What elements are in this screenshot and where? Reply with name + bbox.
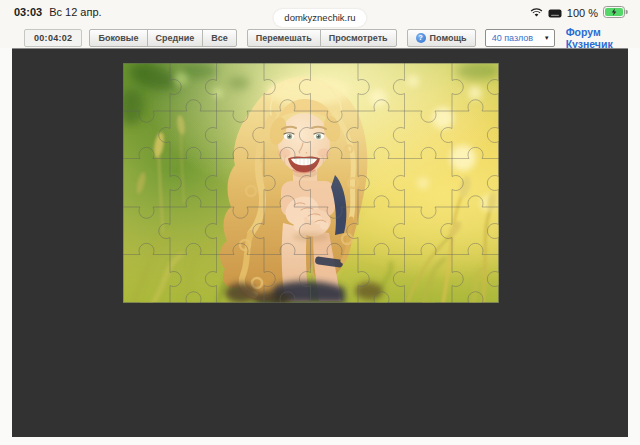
- battery-percent-label: 100 %: [567, 7, 598, 19]
- status-left: 03:03 Вс 12 апр.: [14, 6, 102, 18]
- chevron-down-icon: ▼: [544, 35, 550, 41]
- status-right: 100 %: [530, 4, 628, 22]
- puzzle-toolbar: 00:04:02 Боковые Средние Все Перемешать …: [0, 28, 640, 48]
- filter-middle-button[interactable]: Средние: [147, 29, 204, 47]
- puzzle-board-area[interactable]: [12, 48, 628, 437]
- status-time: 03:03: [14, 6, 42, 18]
- pieces-count-select[interactable]: 40 пазлов ▼: [485, 29, 555, 47]
- browser-url-pill[interactable]: domkyznechik.ru: [273, 9, 366, 27]
- shuffle-button[interactable]: Перемешать: [247, 29, 321, 47]
- battery-charging-icon: [603, 4, 628, 22]
- wifi-icon: [530, 4, 543, 22]
- timer-display: 00:04:02: [24, 29, 82, 47]
- keyboard-icon: [548, 4, 562, 22]
- help-button[interactable]: ? Помощь: [407, 29, 476, 47]
- jigsaw-grid: [123, 63, 499, 303]
- question-circle-icon: ?: [416, 33, 426, 43]
- forum-link[interactable]: Форум Кузнечик: [566, 26, 640, 50]
- preview-button[interactable]: Просмотреть: [320, 29, 397, 47]
- pieces-count-value: 40 пазлов: [492, 33, 533, 43]
- filter-edges-button[interactable]: Боковые: [89, 29, 147, 47]
- puzzle-image[interactable]: [123, 63, 499, 303]
- status-date: Вс 12 апр.: [49, 6, 101, 18]
- filter-all-button[interactable]: Все: [202, 29, 237, 47]
- piece-filter-group: Боковые Средние Все: [89, 29, 236, 47]
- status-bar: 03:03 Вс 12 апр. domkyznechik.ru 100 %: [0, 0, 640, 28]
- action-group: Перемешать Просмотреть: [247, 29, 397, 47]
- help-button-label: Помощь: [430, 33, 467, 43]
- top-header: 03:03 Вс 12 апр. domkyznechik.ru 100 %: [0, 0, 640, 48]
